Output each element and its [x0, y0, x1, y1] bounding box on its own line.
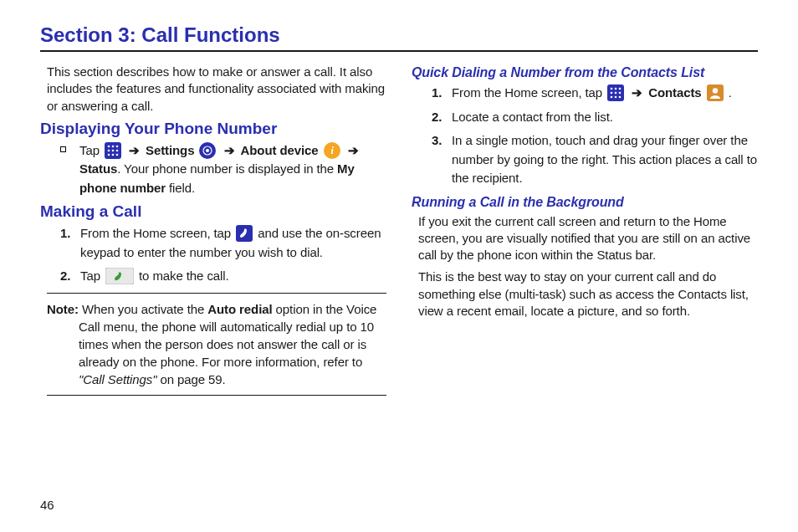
svg-point-1 — [108, 145, 110, 147]
list-number: 2. — [60, 267, 77, 286]
text: Tap — [80, 269, 104, 283]
content-columns: This section describes how to make or an… — [40, 64, 758, 402]
square-bullet-icon — [60, 146, 66, 152]
text-status-line: . Your phone number is displayed in the — [117, 161, 337, 176]
heading-quick-dial: Quick Dialing a Number from the Contacts… — [412, 65, 758, 80]
svg-point-2 — [112, 145, 115, 147]
svg-point-4 — [108, 149, 110, 151]
text: From the Home screen, tap — [452, 85, 606, 100]
list-number: 2. — [432, 108, 448, 127]
list-item: 2. Tap to make the call. — [60, 267, 386, 286]
text-tap: Tap — [79, 143, 100, 157]
list-item: 2. Locate a contact from the list. — [432, 108, 758, 127]
note-ref: "Call Settings" — [79, 372, 156, 386]
apps-grid-icon — [607, 84, 624, 101]
svg-point-23 — [619, 92, 622, 95]
intro-text: This section describes how to make or an… — [47, 64, 386, 115]
svg-point-25 — [615, 96, 617, 99]
note-auto-redial: Auto redial — [207, 302, 272, 316]
bullet-item: Tap ➔ Settings ➔ About device i ➔ Status… — [60, 141, 386, 198]
svg-point-12 — [206, 149, 209, 152]
text: From the Home screen, tap — [80, 226, 234, 240]
list-content: Locate a contact from the list. — [452, 108, 758, 127]
contacts-icon — [707, 84, 724, 101]
phone-keypad-icon — [236, 225, 253, 242]
svg-point-9 — [116, 153, 119, 156]
arrow-icon: ➔ — [129, 143, 140, 157]
svg-point-3 — [116, 145, 119, 147]
svg-point-7 — [108, 153, 110, 156]
heading-background-call: Running a Call in the Background — [412, 195, 758, 210]
text-field: field. — [166, 181, 195, 195]
svg-point-18 — [611, 88, 613, 90]
left-column: This section describes how to make or an… — [40, 64, 386, 402]
svg-point-26 — [619, 96, 622, 99]
arrow-icon: ➔ — [224, 143, 235, 157]
apps-grid-icon — [105, 142, 121, 159]
list-item: 3. In a single motion, touch and drag yo… — [432, 131, 758, 188]
heading-displaying: Displaying Your Phone Number — [40, 120, 386, 138]
arrow-icon: ➔ — [632, 85, 642, 100]
text-contacts: Contacts — [648, 85, 701, 100]
list-item: 1. From the Home screen, tap and use the… — [60, 224, 386, 262]
heading-making-call: Making a Call — [40, 202, 386, 221]
list-number: 3. — [432, 131, 448, 151]
note-label: Note: — [47, 302, 79, 316]
note-block: Note: When you activate the Auto redial … — [47, 300, 386, 388]
svg-point-28 — [712, 88, 717, 93]
title-rule — [40, 50, 758, 52]
text-settings: Settings — [146, 143, 194, 157]
paragraph: This is the best way to stay on your cur… — [418, 269, 758, 320]
svg-point-24 — [611, 96, 613, 99]
list-number: 1. — [60, 224, 77, 243]
text: to make the call. — [139, 269, 229, 283]
arrow-icon: ➔ — [348, 143, 359, 157]
svg-point-20 — [619, 88, 622, 90]
svg-point-6 — [116, 149, 119, 151]
list-item: 1. From the Home screen, tap ➔ Contacts … — [432, 84, 758, 103]
text-status: Status — [79, 161, 117, 176]
settings-gear-icon — [199, 142, 216, 159]
bullet-content: Tap ➔ Settings ➔ About device i ➔ Status… — [79, 141, 386, 198]
note-divider — [47, 395, 386, 396]
text: . — [729, 85, 732, 100]
call-button-icon — [105, 268, 134, 284]
section-title: Section 3: Call Functions — [40, 23, 758, 47]
svg-point-5 — [112, 149, 115, 151]
note-tail: on page 59. — [156, 372, 225, 386]
svg-point-19 — [615, 88, 617, 90]
right-column: Quick Dialing a Number from the Contacts… — [412, 64, 758, 402]
svg-point-21 — [611, 92, 613, 95]
list-content: Tap to make the call. — [80, 267, 386, 286]
page-number: 46 — [40, 498, 54, 512]
text-about-device: About device — [241, 143, 319, 157]
list-content: From the Home screen, tap and use the on… — [80, 224, 386, 262]
note-divider — [47, 293, 386, 294]
paragraph: If you exit the current call screen and … — [418, 213, 758, 264]
info-icon: i — [324, 142, 340, 159]
list-content: In a single motion, touch and drag your … — [452, 131, 758, 188]
note-text: When you activate the — [79, 302, 207, 316]
list-content: From the Home screen, tap ➔ Contacts . — [452, 84, 758, 103]
svg-point-22 — [615, 92, 617, 95]
list-number: 1. — [432, 84, 448, 103]
svg-point-8 — [112, 153, 115, 156]
